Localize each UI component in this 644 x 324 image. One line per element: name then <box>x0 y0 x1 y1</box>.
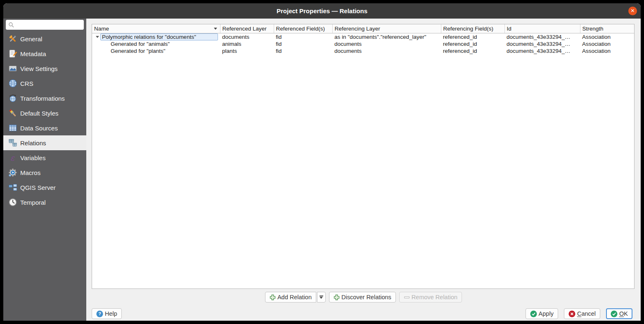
cell-referenced-fields[interactable]: fid <box>274 47 332 54</box>
sidebar-item-label: CRS <box>20 80 33 87</box>
column-header-id[interactable]: Id <box>504 24 580 33</box>
sidebar-item-label: Metadata <box>20 50 46 57</box>
cancel-button[interactable]: Cancel <box>564 308 600 319</box>
project-properties-dialog: Project Properties — Relations ✕ <box>3 3 641 321</box>
expander-icon[interactable] <box>94 36 100 38</box>
column-header-strength[interactable]: Strength <box>580 24 634 33</box>
table-row[interactable]: Generated for "plants" plants fid docume… <box>92 47 634 54</box>
cell-name[interactable]: Polymorphic relations for "documents" <box>92 33 220 40</box>
titlebar[interactable]: Project Properties — Relations ✕ <box>3 3 641 19</box>
sidebar-item-crs[interactable]: CRS <box>3 76 86 91</box>
cell-referenced-layer[interactable]: animals <box>220 40 274 47</box>
sidebar-item-metadata[interactable]: Metadata <box>3 46 86 61</box>
sidebar-item-relations[interactable]: Relations <box>3 135 86 150</box>
column-header-referenced-layer[interactable]: Referenced Layer <box>220 24 274 33</box>
add-relation-button[interactable]: Add Relation <box>265 292 316 303</box>
cell-referencing-fields[interactable]: referenced_id <box>441 33 504 40</box>
chevron-down-icon <box>320 296 323 299</box>
discover-relations-button[interactable]: Discover Relations <box>329 292 396 303</box>
sidebar-item-label: Macros <box>20 169 40 176</box>
minus-icon <box>404 294 410 300</box>
globe-arrows-icon <box>8 94 17 103</box>
table-icon <box>8 123 17 132</box>
column-header-referencing-layer[interactable]: Referencing Layer <box>332 24 441 33</box>
metadata-icon <box>8 49 17 58</box>
cell-referencing-fields[interactable]: referenced_id <box>441 40 504 47</box>
globe-icon <box>8 79 17 88</box>
cell-referenced-fields[interactable]: fid <box>274 33 332 40</box>
cell-referenced-layer[interactable]: documents <box>220 33 274 40</box>
table-row[interactable]: Polymorphic relations for "documents" do… <box>92 33 634 40</box>
cell-referenced-fields[interactable]: fid <box>274 40 332 47</box>
help-icon: ? <box>96 310 103 317</box>
remove-relation-button[interactable]: Remove Relation <box>399 292 462 303</box>
sidebar-item-data-sources[interactable]: Data Sources <box>3 121 86 135</box>
sidebar-item-general[interactable]: General <box>3 31 86 46</box>
sidebar-item-label: Temporal <box>20 199 46 206</box>
relation-actions: Add Relation Discover Relations <box>86 292 641 303</box>
dialog-title: Project Properties — Relations <box>3 3 641 19</box>
table-row[interactable]: Generated for "animals" animals fid docu… <box>92 40 634 47</box>
sidebar-item-qgis-server[interactable]: QGIS Server <box>3 180 86 195</box>
sidebar-item-default-styles[interactable]: Default Styles <box>3 106 86 121</box>
cell-referenced-layer[interactable]: plants <box>220 47 274 54</box>
cell-referencing-layer[interactable]: documents <box>332 40 441 47</box>
sidebar-item-label: Default Styles <box>20 110 59 117</box>
dialog-body: General Metadata <box>3 19 641 321</box>
screen: Project Properties — Relations ✕ <box>0 0 644 324</box>
cell-name[interactable]: Generated for "animals" <box>92 40 220 47</box>
cell-strength[interactable]: Association <box>580 40 634 47</box>
column-header-referencing-fields[interactable]: Referencing Field(s) <box>441 24 504 33</box>
ok-button[interactable]: OK <box>606 308 632 319</box>
sidebar-item-macros[interactable]: Macros <box>3 165 86 180</box>
cell-id[interactable]: documents_43e33294_… <box>504 47 580 54</box>
plus-icon <box>334 294 340 300</box>
cell-name[interactable]: Generated for "plants" <box>92 47 220 54</box>
close-icon: ✕ <box>630 7 635 15</box>
close-button[interactable]: ✕ <box>628 7 637 15</box>
cell-id[interactable]: documents_43e33294_… <box>504 33 580 40</box>
cell-strength[interactable]: Association <box>580 47 634 54</box>
clock-icon <box>8 198 17 207</box>
svg-text:?: ? <box>98 311 101 316</box>
relations-table: Name Referenced Layer Referenced Field(s… <box>92 24 635 289</box>
sidebar-item-view-settings[interactable]: View Settings <box>3 61 86 76</box>
sidebar-item-temporal[interactable]: Temporal <box>3 195 86 210</box>
sidebar-item-label: General <box>20 35 42 43</box>
cell-strength[interactable]: Association <box>580 33 634 40</box>
view-settings-icon <box>8 64 17 73</box>
selected-cell-text: Polymorphic relations for "documents" <box>100 33 218 40</box>
plus-icon <box>270 294 276 300</box>
tools-icon <box>8 34 17 43</box>
svg-text:ε: ε <box>10 153 15 162</box>
cell-id[interactable]: documents_43e33294_… <box>504 40 580 47</box>
cell-referencing-layer[interactable]: documents <box>332 47 441 54</box>
gear-icon <box>8 168 17 177</box>
sort-indicator-icon <box>214 28 217 30</box>
sidebar-item-label: View Settings <box>20 65 58 72</box>
cell-referencing-fields[interactable]: referenced_id <box>441 47 504 54</box>
relations-icon <box>8 138 17 147</box>
apply-button[interactable]: Apply <box>526 308 558 319</box>
paintbrush-icon <box>8 109 17 118</box>
x-circle-icon <box>568 310 575 317</box>
server-icon <box>8 183 17 192</box>
check-icon <box>530 310 537 317</box>
search-input[interactable] <box>6 20 84 30</box>
sidebar-item-label: Variables <box>20 154 45 161</box>
add-relation-menu-button[interactable] <box>317 292 326 303</box>
sidebar-item-label: Transformations <box>20 95 65 102</box>
column-header-name[interactable]: Name <box>92 24 220 33</box>
column-header-referenced-fields[interactable]: Referenced Field(s) <box>274 24 332 33</box>
sidebar-item-variables[interactable]: ε Variables <box>3 150 86 165</box>
table-header-row: Name Referenced Layer Referenced Field(s… <box>92 24 634 33</box>
sidebar-item-transformations[interactable]: Transformations <box>3 91 86 106</box>
cell-referencing-layer[interactable]: as in "documents"."referenced_layer" <box>332 33 441 40</box>
sidebar-item-label: Data Sources <box>20 125 58 132</box>
sidebar: General Metadata <box>3 19 86 321</box>
sidebar-item-label: QGIS Server <box>20 184 56 191</box>
help-button[interactable]: ? Help <box>92 308 122 319</box>
sidebar-nav: General Metadata <box>3 31 86 210</box>
sidebar-item-label: Relations <box>20 140 46 147</box>
epsilon-icon: ε <box>8 153 17 162</box>
